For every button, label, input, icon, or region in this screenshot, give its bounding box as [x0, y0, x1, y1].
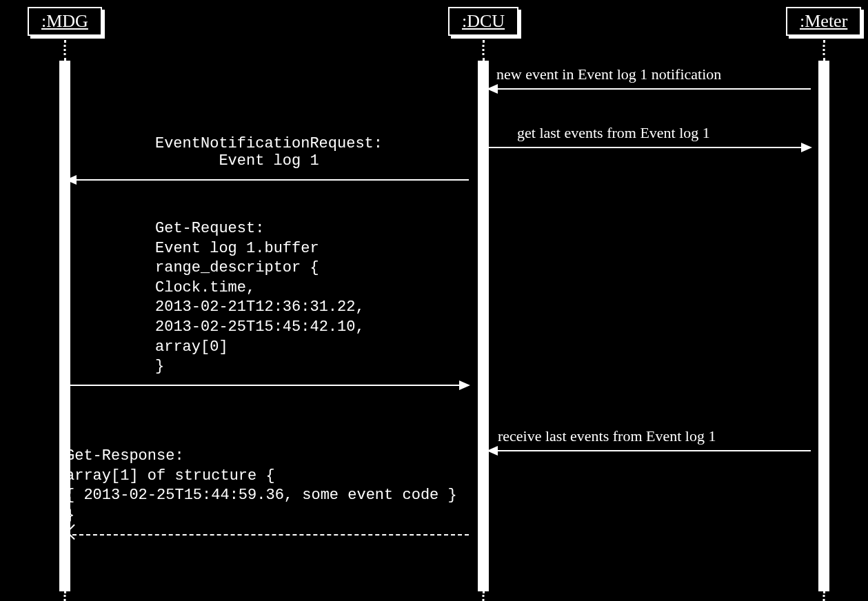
msg-get-response: Get-Response: array[1] of structure { { …: [65, 447, 457, 525]
msg-notify-req-l2: Event log 1: [148, 152, 390, 170]
participant-meter-label: :Meter: [800, 11, 847, 31]
msg-notify-req-l1: EventNotificationRequest:: [148, 135, 390, 152]
participant-dcu: :DCU: [448, 7, 518, 36]
lifeline-mdg-top: [63, 40, 65, 61]
lifeline-dcu-bottom: [483, 591, 485, 601]
arrow-get-last: [487, 147, 811, 148]
participant-mdg-label: :MDG: [41, 11, 88, 31]
arrowhead-receive-last: [487, 446, 498, 456]
msg-get-last: get last events from Event log 1: [517, 124, 710, 142]
participant-meter: :Meter: [786, 7, 861, 36]
participant-dcu-label: :DCU: [462, 11, 505, 31]
arrow-get-response: [65, 534, 469, 536]
participant-mdg: :MDG: [28, 7, 102, 36]
arrow-receive-last: [487, 450, 811, 451]
lifeline-mdg-bottom: [63, 591, 65, 601]
activation-dcu: [478, 61, 489, 591]
msg-notify-req: EventNotificationRequest: Event log 1: [148, 135, 390, 170]
lifeline-meter-bottom: [822, 591, 825, 601]
arrowhead-notify-req: [65, 175, 77, 185]
msg-receive-last: receive last events from Event log 1: [498, 427, 716, 445]
sequence-diagram: :MDG :DCU :Meter new event in Event log …: [0, 0, 868, 601]
arrowhead-new-event: [487, 84, 498, 94]
lifeline-dcu-top: [483, 40, 485, 61]
msg-get-request: Get-Request: Event log 1.buffer range_de…: [155, 219, 365, 377]
lifeline-meter-top: [822, 40, 825, 61]
arrowhead-get-request: [459, 380, 470, 390]
msg-new-event: new event in Event log 1 notification: [496, 65, 721, 83]
arrow-get-request: [65, 385, 469, 386]
arrow-new-event: [487, 88, 811, 90]
arrowhead-get-last: [801, 143, 812, 152]
activation-meter: [818, 61, 829, 591]
arrow-notify-req: [65, 179, 469, 181]
